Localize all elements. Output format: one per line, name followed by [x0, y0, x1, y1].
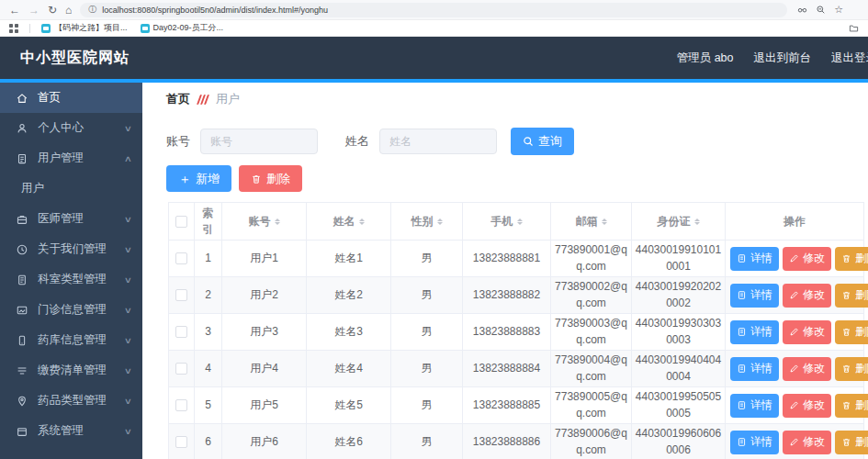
delete-button[interactable]: 删除: [239, 165, 302, 192]
admin-user-label[interactable]: 管理员 abo: [677, 50, 734, 66]
detail-button[interactable]: 详情: [730, 394, 779, 418]
sort-icon[interactable]: [275, 216, 280, 228]
edit-pencil-icon: [789, 253, 799, 263]
sidebar-item-drug-type-manage[interactable]: 药品类型管理∨: [0, 386, 142, 416]
name-input[interactable]: [379, 129, 497, 154]
detail-button[interactable]: 详情: [730, 284, 779, 308]
sidebar-item-payment-manage[interactable]: 缴费清单管理∨: [0, 355, 142, 386]
bookmarks-divider: [29, 24, 30, 33]
row-checkbox[interactable]: [175, 399, 187, 411]
zoom-icon[interactable]: [816, 5, 826, 15]
bookmark-day02-09[interactable]: Day02-09-员工分...: [141, 22, 224, 34]
edit-button[interactable]: 修改: [783, 320, 831, 344]
sidebar-item-pharmacy-manage[interactable]: 药库信息管理∨: [0, 325, 142, 355]
edit-button[interactable]: 修改: [783, 247, 831, 271]
edit-pencil-icon: [789, 364, 799, 374]
cell-name: 姓名3: [307, 314, 391, 351]
row-delete-button[interactable]: 删除: [835, 394, 868, 418]
sort-icon[interactable]: [359, 216, 365, 228]
chevron-up-icon: ∧: [124, 154, 132, 163]
detail-button[interactable]: 详情: [730, 357, 779, 381]
phone-icon: [16, 334, 28, 347]
column-header-name[interactable]: 姓名: [307, 203, 391, 241]
sidebar-item-system-manage[interactable]: 系统管理∨: [0, 416, 142, 446]
sidebar-item-user-manage[interactable]: 用户管理∧: [0, 143, 142, 174]
apps-grid-icon[interactable]: [9, 24, 18, 33]
edit-button[interactable]: 修改: [783, 284, 831, 308]
column-header-gender[interactable]: 性别: [391, 203, 463, 241]
sidebar-subitem-user[interactable]: 用户: [0, 174, 142, 204]
forward-icon[interactable]: →: [28, 5, 39, 16]
chrome-home-icon[interactable]: ⌂: [65, 5, 72, 16]
row-checkbox[interactable]: [175, 289, 187, 301]
bookmarks-folder-icon[interactable]: [849, 23, 859, 33]
bookmark-mashen-project[interactable]: 【码神之路】项目...: [41, 22, 128, 34]
row-checkbox[interactable]: [175, 436, 187, 448]
search-form: 账号 姓名 查询: [166, 128, 868, 155]
column-header-id_card[interactable]: 身份证: [632, 203, 726, 241]
main-layout: 首页个人中心∨用户管理∧用户医师管理∨关于我们管理∨科室类型管理∨门诊信息管理∨…: [0, 83, 868, 459]
cell-email: 773890003@qq.com: [551, 314, 632, 351]
table-row: 3用户3姓名3男13823888883773890003@qq.com44030…: [169, 314, 864, 351]
cell-actions: 详情修改删除: [726, 424, 864, 459]
sidebar-item-home[interactable]: 首页: [0, 83, 142, 113]
logout-button[interactable]: 退出登录: [831, 50, 868, 66]
address-bar[interactable]: ⓘ localhost:8080/springbootil5n0/admin/d…: [80, 3, 787, 17]
search-button[interactable]: 查询: [511, 128, 574, 155]
bookmark-star-icon[interactable]: ☆: [834, 5, 843, 15]
sort-icon[interactable]: [517, 216, 523, 228]
chevron-down-icon: ∨: [124, 215, 132, 224]
account-label: 账号: [166, 133, 190, 150]
edit-button[interactable]: 修改: [783, 357, 831, 381]
edit-button[interactable]: 修改: [783, 394, 831, 418]
sidebar-item-outpatient-manage[interactable]: 门诊信息管理∨: [0, 295, 142, 325]
bookmark-favicon-icon: [41, 24, 51, 33]
back-icon[interactable]: ←: [9, 5, 20, 16]
row-trash-icon: [841, 327, 851, 337]
row-delete-button[interactable]: 删除: [835, 320, 868, 344]
header-actions: 管理员 abo 退出到前台 退出登录: [677, 50, 848, 66]
row-delete-button[interactable]: 删除: [835, 357, 868, 381]
cell-phone: 13823888886: [463, 424, 551, 459]
table-row: 4用户4姓名4男13823888884773890004@qq.com44030…: [169, 351, 864, 387]
users-table: 索引账号姓名性别手机邮箱身份证操作 1用户1姓名1男13823888881773…: [168, 202, 864, 459]
sidebar-item-about-manage[interactable]: 关于我们管理∨: [0, 234, 142, 264]
detail-button[interactable]: 详情: [730, 431, 779, 454]
column-header-phone[interactable]: 手机: [463, 203, 551, 241]
column-header-account[interactable]: 账号: [222, 203, 307, 241]
row-delete-button[interactable]: 删除: [835, 431, 868, 454]
row-delete-button[interactable]: 删除: [835, 247, 868, 271]
row-checkbox[interactable]: [175, 326, 187, 338]
detail-doc-icon: [737, 253, 747, 263]
refresh-icon[interactable]: ↻: [48, 5, 57, 16]
cell-account: 用户4: [222, 351, 307, 387]
detail-doc-icon: [737, 290, 747, 300]
site-info-icon[interactable]: ⓘ: [88, 6, 96, 14]
chevron-down-icon: ∨: [124, 275, 132, 285]
user-icon: [16, 122, 28, 135]
edit-button[interactable]: 修改: [783, 431, 831, 454]
sort-icon[interactable]: [437, 216, 443, 228]
edit-pencil-icon: [789, 327, 799, 337]
add-button[interactable]: ＋ 新增: [166, 165, 231, 192]
browser-toolbar: ← → ↻ ⌂ ⓘ localhost:8080/springbootil5n0…: [0, 0, 868, 20]
sidebar-item-profile[interactable]: 个人中心∨: [0, 113, 142, 143]
breadcrumb-home[interactable]: 首页: [166, 91, 190, 107]
sidebar-item-doctor-manage[interactable]: 医师管理∨: [0, 204, 142, 234]
password-manager-icon[interactable]: [797, 5, 807, 15]
sort-icon[interactable]: [694, 216, 700, 228]
row-delete-button[interactable]: 删除: [835, 284, 868, 308]
detail-button[interactable]: 详情: [730, 320, 779, 344]
cell-actions: 详情修改删除: [726, 241, 864, 277]
sidebar-item-dept-type-manage[interactable]: 科室类型管理∨: [0, 264, 142, 295]
detail-button[interactable]: 详情: [730, 247, 779, 271]
column-header-email[interactable]: 邮箱: [551, 203, 632, 241]
table-row: 2用户2姓名2男13823888882773890002@qq.com44030…: [169, 277, 864, 314]
row-trash-icon: [841, 437, 851, 447]
sort-icon[interactable]: [602, 216, 607, 228]
account-input[interactable]: [200, 129, 318, 154]
select-all-checkbox[interactable]: [175, 216, 187, 228]
row-checkbox[interactable]: [175, 252, 187, 264]
exit-to-front-button[interactable]: 退出到前台: [754, 50, 812, 66]
row-checkbox[interactable]: [175, 363, 187, 375]
